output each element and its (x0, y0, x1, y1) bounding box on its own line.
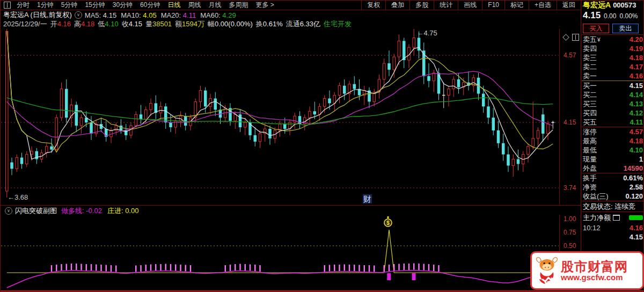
info-segment: 高4.18 (74, 19, 94, 29)
right-panel-border (581, 0, 581, 292)
chevron-down-icon[interactable]: ∨ (5, 207, 12, 215)
indicator-name: 闪电突破副图 (15, 206, 57, 216)
bottom-border (0, 290, 644, 291)
sell-level-list: 卖五¥4.20卖四4.19卖三4.18卖二4.17卖一4.16 (582, 35, 644, 81)
stat-row[interactable]: 净资2.58 (583, 182, 643, 192)
cai-watermark-char: 财 (363, 194, 372, 203)
period-tab[interactable]: 月线 (204, 1, 225, 10)
layout-toggle-icon[interactable] (4, 2, 11, 9)
stat-row[interactable]: 涨停4.57 (583, 127, 643, 136)
info-segment: 换0.61% (256, 19, 283, 29)
info-segment: 额1594万 (175, 19, 204, 29)
toolbar-button[interactable]: 叠加 (385, 0, 409, 10)
period-tab[interactable]: 30分钟 (109, 1, 136, 10)
toolbar-button[interactable]: 复权 (361, 0, 385, 10)
period-tab[interactable]: 分时 (13, 1, 33, 10)
split-view-icon[interactable] (572, 34, 579, 41)
stock-code: 000573 (613, 1, 636, 9)
main-flow-label: 主力净额 (583, 213, 611, 223)
diamond-icon[interactable] (562, 34, 569, 41)
info-segment: 开4.16 (50, 19, 71, 29)
ma-value: MA60: 4.29 (200, 11, 236, 19)
info-segment: 幅0.00(0.00%) (208, 19, 253, 29)
ma-values: MA5: 4.15MA10: 4.05MA20: 4.11MA60: 4.29 (85, 11, 236, 19)
stat-row[interactable]: 最高4.18 (583, 136, 643, 145)
buy-level-row[interactable]: 买四4.12 (583, 108, 643, 118)
sell-level-row[interactable]: 卖三4.18 (583, 53, 643, 62)
site-watermark: 股市财富网 www.gscfw.com (530, 251, 644, 290)
chevron-down-icon[interactable]: ∨ (75, 11, 82, 19)
toolbar-button[interactable]: 统计 (434, 0, 458, 10)
toolbar-button[interactable]: +自选 (529, 0, 557, 10)
toolbar-button[interactable]: 返回 (557, 0, 581, 10)
ma-value: MA5: 4.15 (85, 11, 116, 19)
price-axis: 4.574.153.74 (559, 29, 581, 205)
stock-name: 粤宏远A (583, 1, 611, 10)
stat-row[interactable]: 换手0.61% (583, 173, 643, 182)
sell-level-row[interactable]: 卖二4.17 (583, 62, 643, 71)
sell-level-row[interactable]: 卖一4.16 (583, 71, 643, 81)
flow-green-bar (629, 215, 643, 220)
quote-header: 粤宏远A 000573 (582, 0, 644, 10)
period-tabs: 分时1分钟5分钟15分钟30分钟60分钟日线周线月线多周期更多 > (13, 1, 278, 10)
ma-value: MA20: 4.11 (161, 11, 196, 19)
chart-title-row: 粤宏远A (日线,前复权) ∨ MA5: 4.15MA10: 4.05MA20:… (3, 11, 236, 19)
zhuangjin-label: 庄进: 0.00 (107, 206, 139, 216)
trade-buttons: 买入 卖出 (582, 22, 644, 35)
toolbar-button[interactable]: 多股 (409, 0, 434, 10)
period-tab[interactable]: 5分钟 (57, 1, 82, 10)
sell-level-row[interactable]: 卖五¥4.20 (583, 35, 643, 44)
info-segment: 收4.15 (122, 19, 142, 29)
stat-row[interactable]: 最低4.10 (583, 145, 643, 155)
period-tab[interactable]: 15分钟 (81, 1, 108, 10)
bull-logo-icon (534, 257, 560, 284)
indicator-header: ∨ 闪电突破副图 做多线: -0.02 庄进: 0.00 (2, 207, 138, 215)
sell-level-row[interactable]: 卖四4.19 (583, 44, 643, 53)
price-change-pct: 0.00% (619, 12, 638, 20)
indicator-chart[interactable] (1, 215, 559, 290)
period-tab[interactable]: 更多 > (252, 1, 277, 10)
period-tab[interactable]: 1分钟 (33, 1, 57, 10)
stats-list: 涨停4.57最高4.18最低4.10现量1外盘14590 (582, 127, 644, 173)
chart-corner-icons (564, 33, 580, 41)
toolbar-button[interactable]: F10 (482, 0, 504, 10)
svg-text:←3.68: ←3.68 (8, 193, 28, 201)
period-tab[interactable]: 多周期 (225, 1, 252, 10)
list-icon (613, 215, 620, 221)
buy-level-row[interactable]: 买五4.11 (583, 118, 643, 127)
stat-row[interactable]: 现量1 (583, 155, 643, 164)
trade-status: 交易状态: 连续竞 (582, 201, 644, 212)
buy-level-row[interactable]: 买一4.15 (583, 81, 643, 90)
info-segment: 低4.10 (98, 19, 118, 29)
period-tab[interactable]: 日线 (164, 1, 184, 10)
stat-row[interactable]: 收益(三)0.120 (583, 192, 643, 201)
sell-button[interactable]: 卖出 (612, 24, 639, 33)
toolbar-button[interactable]: 标记 (504, 0, 529, 10)
stats-list-2: 换手0.61%净资2.58收益(三)0.120 (582, 173, 644, 201)
stat-row[interactable]: 外盘14590 (583, 164, 643, 173)
tick-list: 10:124.164.15 (582, 223, 644, 242)
period-tab[interactable]: 周线 (184, 1, 204, 10)
buy-button[interactable]: 买入 (583, 24, 609, 33)
toolbar-actions: 复权叠加多股统计画线F10标记+自选返回 (361, 0, 581, 10)
buy-level-row[interactable]: 买三4.13 (583, 99, 643, 108)
toolbar-button[interactable]: 画线 (458, 0, 482, 10)
main-flow-row[interactable]: 主力净额 (582, 212, 644, 223)
tick-row: 4.15 (582, 232, 644, 242)
candlestick-chart[interactable]: ←4.75←3.68 (1, 29, 559, 205)
svg-text:←4.75: ←4.75 (417, 29, 437, 37)
watermark-url: www.gscfw.com (561, 273, 628, 282)
indicator-axis-label: 1.00 (564, 215, 576, 223)
buy-level-row[interactable]: 买二4.14 (583, 90, 643, 99)
period-toolbar: 分时1分钟5分钟15分钟30分钟60分钟日线周线月线多周期更多 > 复权叠加多股… (1, 0, 581, 10)
price-axis-label: 4.57 (564, 52, 576, 59)
watermark-title: 股市财富网 (561, 260, 628, 273)
price-axis-label: 3.74 (564, 184, 576, 192)
last-price: 4.15 (583, 10, 601, 21)
indicator-axis-label: 0.75 (564, 229, 576, 236)
period-tab[interactable]: 60分钟 (136, 1, 164, 10)
indicator-axis-label: 0.50 (564, 242, 576, 250)
trading-app-window: 分时1分钟5分钟15分钟30分钟60分钟日线周线月线多周期更多 > 复权叠加多股… (0, 0, 644, 292)
money-bag-icon: $ (384, 216, 392, 228)
info-segment: 2025/12/29/一 (3, 19, 47, 29)
